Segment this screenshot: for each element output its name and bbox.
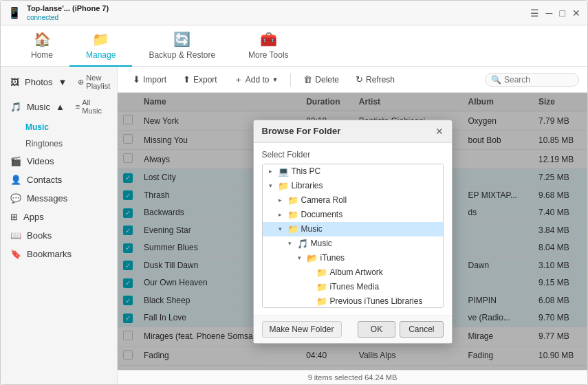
refresh-icon: ↻ (356, 74, 363, 85)
sidebar-messages-label: Messages (27, 193, 67, 204)
import-icon: ⬇ (133, 74, 140, 85)
import-button[interactable]: ⬇ Import (126, 72, 173, 87)
main-nav: 🏠 Home 📁 Manage 🔄 Backup & Restore 🧰 Mor… (1, 25, 587, 67)
modal-title-bar: Browse For Folder ✕ (254, 120, 452, 143)
tree-folder-icon: 📁 (278, 181, 289, 191)
nav-backup-label: Backup & Restore (149, 50, 215, 60)
nav-home[interactable]: 🏠 Home (14, 25, 69, 67)
cancel-button[interactable]: Cancel (400, 321, 443, 338)
music-icon: 🎵 (10, 102, 21, 112)
search-icon: 🔍 (491, 75, 501, 85)
tree-folder-icon: 💻 (278, 166, 289, 177)
search-box: 🔍 (485, 73, 579, 87)
nav-manage-label: Manage (86, 50, 116, 60)
app-window: 📱 Top-lanse'... (iPhone 7) connected ☰ ─… (0, 0, 588, 385)
tree-folder-icon: 📁 (287, 195, 298, 206)
export-button[interactable]: ⬆ Export (176, 72, 224, 87)
add-to-button[interactable]: ＋ Add to ▼ (227, 71, 285, 89)
search-input[interactable] (504, 75, 573, 85)
new-playlist-btn[interactable]: ⊕ New Playlist (78, 74, 110, 90)
ok-button[interactable]: OK (358, 321, 395, 338)
tree-item-label: Libraries (292, 181, 439, 190)
tree-item[interactable]: ▾ 📁 Libraries (263, 179, 443, 193)
toolbar-separator (290, 73, 291, 87)
tools-icon: 🧰 (260, 31, 277, 47)
sidebar-bookmarks-label: Bookmarks (27, 249, 72, 259)
tree-folder-icon: 📁 (316, 296, 327, 307)
tree-item-label: Previous iTunes Libraries (330, 296, 439, 306)
contacts-icon: 👤 (10, 175, 21, 185)
tree-item[interactable]: ▾ 🎵 Music (263, 236, 443, 251)
backup-icon: 🔄 (173, 31, 190, 47)
nav-tools-label: More Tools (248, 50, 288, 60)
all-music-icon: ≡ (76, 102, 80, 111)
modal-footer-buttons: OK Cancel (358, 321, 444, 338)
messages-icon: 💬 (10, 193, 21, 204)
minimize-icon[interactable]: ─ (546, 8, 553, 19)
make-new-folder-button[interactable]: Make New Folder (262, 321, 342, 338)
menu-icon[interactable]: ☰ (530, 8, 539, 19)
modal-close-button[interactable]: ✕ (435, 126, 444, 137)
tree-item[interactable]: 📁 Album Artwork (263, 265, 443, 280)
status-bar: 9 items selected 64.24 MB (118, 370, 587, 384)
browse-folder-modal: Browse For Folder ✕ Select Folder ▸ 💻 Th… (253, 120, 453, 344)
books-icon: 📖 (10, 230, 21, 241)
tree-item-label: Music (301, 224, 439, 234)
tree-item[interactable]: ▸ 📁 Documents (263, 208, 443, 222)
tree-item[interactable]: 📁 Previous iTunes Libraries (263, 294, 443, 308)
content-area: 🖼 Photos ▼ ⊕ New Playlist 🎵 Music ▲ ≡ Al… (1, 67, 587, 384)
tree-arrow-icon: ▾ (267, 182, 275, 189)
sidebar-item-contacts[interactable]: 👤 Contacts (1, 170, 117, 189)
tree-folder-icon: 📁 (316, 282, 327, 292)
add-to-arrow-icon: ▼ (272, 76, 278, 83)
tree-item[interactable]: ▾ 📂 iTunes (263, 251, 443, 265)
device-icon: 📱 (8, 6, 21, 19)
delete-button[interactable]: 🗑 Delete (296, 72, 346, 87)
tree-arrow-icon: ▸ (276, 197, 285, 204)
refresh-button[interactable]: ↻ Refresh (349, 72, 402, 87)
device-status: connected (27, 13, 109, 22)
nav-backup[interactable]: 🔄 Backup & Restore (132, 25, 232, 67)
sidebar-item-apps[interactable]: ⊞ Apps (1, 208, 117, 226)
tree-folder-icon: 🎵 (297, 239, 308, 249)
modal-footer: Make New Folder OK Cancel (254, 315, 452, 343)
bookmarks-icon: 🔖 (10, 249, 21, 259)
tree-item[interactable]: ▸ 💻 This PC (263, 164, 443, 179)
add-icon: ＋ (234, 74, 243, 86)
tree-item[interactable]: 📁 iTunes Media (263, 280, 443, 294)
tree-item-label: Documents (301, 210, 439, 219)
right-panel: ⬇ Import ⬆ Export ＋ Add to ▼ 🗑 Delete (118, 67, 587, 384)
title-bar-left: 📱 Top-lanse'... (iPhone 7) connected (8, 3, 109, 22)
sidebar-sub-ringtones[interactable]: Ringtones (1, 135, 117, 152)
sidebar-contacts-label: Contacts (27, 175, 62, 185)
manage-icon: 📁 (92, 31, 109, 47)
tree-item-label: This PC (292, 166, 439, 176)
tree-item[interactable]: ▾ 📁 Music (263, 222, 443, 236)
photos-icon: 🖼 (10, 77, 19, 87)
nav-manage[interactable]: 📁 Manage (69, 25, 132, 67)
nav-tools[interactable]: 🧰 More Tools (232, 25, 305, 67)
sidebar-item-videos[interactable]: 🎬 Videos (1, 152, 117, 170)
tree-item-label: iTunes (320, 253, 439, 263)
status-text: 9 items selected 64.24 MB (308, 373, 398, 382)
sidebar-sub-music[interactable]: Music (1, 119, 117, 135)
all-music-btn[interactable]: ≡ All Music (76, 98, 107, 115)
device-info: Top-lanse'... (iPhone 7) connected (27, 3, 109, 22)
sidebar-item-music[interactable]: 🎵 Music ▲ ≡ All Music (1, 94, 117, 119)
close-icon[interactable]: ✕ (572, 8, 580, 19)
sidebar-item-photos[interactable]: 🖼 Photos ▼ ⊕ New Playlist (1, 69, 117, 94)
tree-folder-icon: 📁 (287, 210, 298, 220)
new-playlist-icon: ⊕ (78, 78, 84, 87)
modal-body: Select Folder ▸ 💻 This PC ▾ 📁 Libraries … (254, 143, 452, 315)
maximize-icon[interactable]: □ (560, 8, 565, 19)
tree-folder-icon: 📂 (307, 253, 318, 263)
music-arrow-icon: ▲ (56, 102, 65, 112)
sidebar-item-messages[interactable]: 💬 Messages (1, 189, 117, 208)
sidebar-item-bookmarks[interactable]: 🔖 Bookmarks (1, 245, 117, 263)
export-icon: ⬆ (183, 74, 190, 85)
tree-item[interactable]: ▸ 📁 Camera Roll (263, 193, 443, 208)
sidebar: 🖼 Photos ▼ ⊕ New Playlist 🎵 Music ▲ ≡ Al… (1, 67, 118, 384)
sidebar-item-books[interactable]: 📖 Books (1, 226, 117, 245)
folder-tree[interactable]: ▸ 💻 This PC ▾ 📁 Libraries ▸ 📁 Camera Rol… (262, 164, 444, 308)
sidebar-photos-label: Photos (25, 77, 52, 87)
